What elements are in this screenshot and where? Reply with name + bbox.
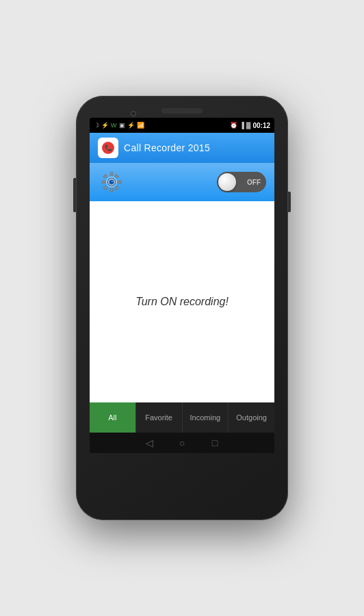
front-camera xyxy=(131,111,136,116)
back-button[interactable]: ◁ xyxy=(143,437,155,449)
phone-speaker xyxy=(161,108,203,114)
app-icon: 📞 xyxy=(98,138,118,158)
moon-icon: ☽ xyxy=(94,122,99,129)
svg-rect-5 xyxy=(118,181,121,183)
toggle-switch[interactable]: OFF xyxy=(217,172,266,192)
svg-rect-7 xyxy=(114,185,118,190)
tab-favorite[interactable]: Favorite xyxy=(136,402,183,433)
tab-outgoing[interactable]: Outgoing xyxy=(229,402,274,433)
usb-icon: ⚡ xyxy=(101,122,109,129)
status-bar: ☽ ⚡ W ▣ ⚡ 📶 ⏰ ▐ ▓ 00:12 xyxy=(90,118,274,133)
recording-toggle[interactable]: OFF xyxy=(217,172,266,192)
bottom-nav: ◁ ○ □ xyxy=(90,433,274,453)
svg-rect-3 xyxy=(110,188,113,192)
main-content-area: Turn ON recording! xyxy=(90,201,274,402)
alarm-icon: ⏰ xyxy=(230,122,237,129)
home-button[interactable]: ○ xyxy=(176,437,188,449)
status-icons-right: ⏰ ▐ ▓ 00:12 xyxy=(230,122,270,129)
svg-rect-8 xyxy=(103,185,107,190)
whatsapp-icon: W xyxy=(111,122,117,129)
svg-rect-4 xyxy=(102,181,105,183)
volume-button[interactable] xyxy=(73,178,76,212)
tab-incoming[interactable]: Incoming xyxy=(183,402,229,433)
signal-bars-icon: ▐ xyxy=(239,122,244,129)
svg-rect-2 xyxy=(110,172,113,176)
svg-rect-6 xyxy=(103,174,107,178)
toggle-knob xyxy=(218,173,236,191)
clock-display: 00:12 xyxy=(252,122,270,129)
tab-all[interactable]: All xyxy=(90,402,136,433)
phone-signal-icon: 📶 xyxy=(137,122,144,129)
tab-bar: All Favorite Incoming Outgoing xyxy=(90,402,274,433)
header-bar: OFF xyxy=(90,163,274,201)
phone-icon: 📞 xyxy=(102,142,114,154)
recents-button[interactable]: □ xyxy=(209,437,221,449)
image-icon: ▣ xyxy=(119,122,125,129)
phone-screen: ☽ ⚡ W ▣ ⚡ 📶 ⏰ ▐ ▓ 00:12 📞 Call Recorder … xyxy=(90,118,274,453)
svg-point-13 xyxy=(112,181,112,181)
power-button[interactable] xyxy=(288,192,291,212)
svg-rect-9 xyxy=(114,174,118,178)
battery-icon: ▓ xyxy=(246,122,251,129)
toggle-off-label: OFF xyxy=(247,179,261,186)
app-title: Call Recorder 2015 xyxy=(124,142,210,153)
status-icons-left: ☽ ⚡ W ▣ ⚡ 📶 xyxy=(94,122,144,129)
settings-icon[interactable] xyxy=(98,168,125,196)
turn-on-message: Turn ON recording! xyxy=(135,296,229,308)
phone-device: ☽ ⚡ W ▣ ⚡ 📶 ⏰ ▐ ▓ 00:12 📞 Call Recorder … xyxy=(76,96,288,520)
battery-charging-icon: ⚡ xyxy=(127,122,135,129)
app-title-bar: 📞 Call Recorder 2015 xyxy=(90,133,274,163)
